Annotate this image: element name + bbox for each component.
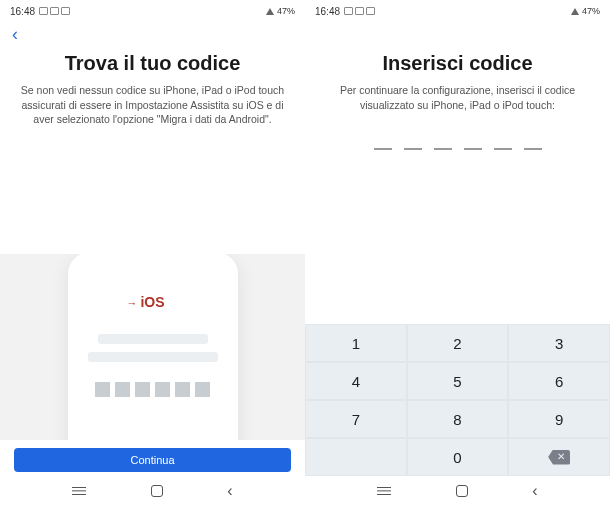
page-subtitle: Se non vedi nessun codice su iPhone, iPa…: [18, 83, 287, 127]
wifi-icon: [266, 8, 274, 15]
code-digit-slot: [494, 148, 512, 150]
code-digit-slot: [524, 148, 542, 150]
numkey-7[interactable]: 7: [305, 400, 407, 438]
nav-home-icon[interactable]: [151, 485, 163, 497]
status-battery: 47%: [277, 6, 295, 16]
status-notif-icon: [39, 7, 48, 15]
numeric-keypad: 1 2 3 4 5 6 7 8 9 0 ✕: [305, 324, 610, 476]
numkey-1[interactable]: 1: [305, 324, 407, 362]
arrow-right-icon: →: [126, 297, 137, 309]
code-input[interactable]: [374, 148, 542, 150]
code-digit-slot: [374, 148, 392, 150]
status-time: 16:48: [10, 6, 35, 17]
status-bar: 16:48 47%: [305, 0, 610, 22]
ios-label: → iOS: [140, 294, 164, 310]
numkey-5[interactable]: 5: [407, 362, 509, 400]
code-digit-slot: [434, 148, 452, 150]
page-title: Inserisci codice: [382, 52, 532, 75]
illustration-area: → iOS: [0, 254, 305, 440]
backspace-icon: ✕: [548, 450, 570, 465]
phone-illustration: → iOS: [68, 254, 238, 440]
numkey-6[interactable]: 6: [508, 362, 610, 400]
status-notif-icon: [344, 7, 353, 15]
status-bar: 16:48 47%: [0, 0, 305, 22]
numkey-4[interactable]: 4: [305, 362, 407, 400]
numkey-9[interactable]: 9: [508, 400, 610, 438]
numkey-3[interactable]: 3: [508, 324, 610, 362]
nav-recent-icon[interactable]: [72, 487, 86, 495]
numkey-0[interactable]: 0: [407, 438, 509, 476]
continue-button[interactable]: Continua: [14, 448, 291, 472]
status-notif-icon: [50, 7, 59, 15]
numkey-2[interactable]: 2: [407, 324, 509, 362]
status-notif-icon: [61, 7, 70, 15]
placeholder-line: [98, 334, 208, 344]
nav-home-icon[interactable]: [456, 485, 468, 497]
wifi-icon: [571, 8, 579, 15]
numkey-8[interactable]: 8: [407, 400, 509, 438]
numkey-empty: [305, 438, 407, 476]
page-subtitle: Per continuare la configurazione, inseri…: [323, 83, 592, 112]
placeholder-line: [88, 352, 218, 362]
numkey-backspace[interactable]: ✕: [508, 438, 610, 476]
nav-back-icon[interactable]: ‹: [227, 482, 232, 500]
screen-enter-code: 16:48 47% Inserisci codice Per continuar…: [305, 0, 610, 506]
back-button[interactable]: ‹: [12, 24, 18, 45]
code-digit-slot: [464, 148, 482, 150]
status-battery: 47%: [582, 6, 600, 16]
android-navbar: ‹: [305, 476, 610, 506]
code-digit-slot: [404, 148, 422, 150]
nav-back-icon[interactable]: ‹: [532, 482, 537, 500]
screen-find-code: 16:48 47% ‹ Trova il tuo codice Se non v…: [0, 0, 305, 506]
nav-recent-icon[interactable]: [377, 487, 391, 495]
status-time: 16:48: [315, 6, 340, 17]
placeholder-code-boxes: [95, 382, 210, 397]
page-title: Trova il tuo codice: [65, 52, 241, 75]
android-navbar: ‹: [0, 476, 305, 506]
status-notif-icon: [355, 7, 364, 15]
status-notif-icon: [366, 7, 375, 15]
